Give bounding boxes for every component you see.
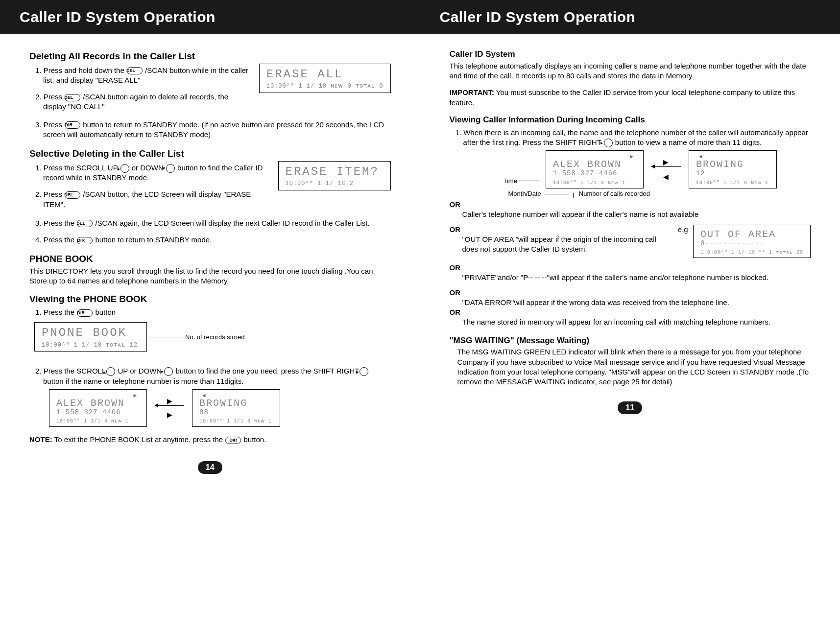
lcd-display-erase-all: ERASE ALL 10:00ᴬᴹ 1 1/ 18 ɴᴇᴡ 0 ᴛᴏᴛᴀʟ 0 bbox=[259, 64, 391, 93]
page-left: Caller ID System Operation Deleting All … bbox=[0, 0, 420, 493]
note: NOTE: To exit the PHONE BOOK List at any… bbox=[29, 435, 391, 445]
page-header-left: Caller ID System Operation bbox=[0, 0, 420, 34]
lcd-display-browing: BROWING 12 10:00ᴬᴹ 1 1/1 8 ɴᴇᴡ 1 bbox=[689, 150, 777, 188]
page-number: 14 bbox=[198, 461, 222, 474]
or-text: "OUT OF AREA "will appear if the origin … bbox=[450, 234, 670, 255]
callout-time: Time bbox=[504, 177, 517, 186]
del-button-icon: DEL bbox=[127, 67, 143, 74]
step: 2. Press DEL /SCAN button, the LCD Scree… bbox=[29, 189, 270, 210]
callout-calls: Number of calls recorded bbox=[579, 190, 650, 197]
or-block: OR "DATA ERROR"will appear if the wrong … bbox=[450, 288, 811, 308]
arrow-right-icon bbox=[167, 398, 172, 404]
section-title: Viewing the PHONE BOOK bbox=[29, 293, 391, 305]
step: 1. When there is an incoming call, the n… bbox=[450, 128, 811, 148]
arrow-right-icon bbox=[663, 159, 669, 165]
lcd-display-alex: ALEX BROWN 1-558-327-4466 10:00ᴬᴹ 1 1/1 … bbox=[49, 389, 147, 427]
section-title: Viewing Caller Information During Incomi… bbox=[450, 115, 811, 126]
scroll-up-icon: ▴ bbox=[120, 164, 129, 173]
callout-row: Month/Date Number of calls recorded bbox=[508, 189, 811, 198]
section-title: Selective Deleting in the Caller List bbox=[29, 147, 391, 160]
dir-button-icon: DIR bbox=[77, 237, 93, 244]
lcd-display-alex: ALEX BROWN 1-558-327-4466 10:00ᴬᴹ 1 1/1 … bbox=[546, 150, 644, 188]
page-content-left: Deleting All Records in the Caller List … bbox=[0, 34, 420, 451]
step: 4. Press the DIR button to return to STA… bbox=[29, 235, 391, 245]
callout-label: No. of records stored bbox=[185, 333, 244, 342]
shift-right-icon: ▸ bbox=[360, 367, 368, 376]
callout-line bbox=[519, 181, 539, 181]
callout-monthdate: Month/Date bbox=[508, 190, 541, 197]
or-block: OR "PRIVATE"and/or "P-- -- --"will appea… bbox=[450, 263, 811, 283]
step: 3. Press the DEL /SCAN again, the LCD Sc… bbox=[29, 218, 391, 228]
del-button-icon: DEL bbox=[65, 94, 80, 101]
step: 3. Press DIR button to return to STANDBY… bbox=[29, 120, 391, 140]
arrow-left-icon bbox=[663, 173, 669, 180]
page-content-right: Caller ID System This telephone automati… bbox=[420, 34, 840, 392]
dir-button-icon: DIR bbox=[77, 309, 93, 317]
arrow-right-icon bbox=[167, 411, 172, 418]
section-desc: The MSG WAITING GREEN LED indicator will… bbox=[450, 347, 811, 387]
scroll-down-icon: ▾ bbox=[166, 164, 175, 173]
callout-line bbox=[573, 193, 574, 198]
step: 2. Press the SCROLL▴ UP or DOWN ▾ button… bbox=[29, 366, 391, 386]
step: 1. Press the SCROLL UP ▴ or DOWN ▾ butto… bbox=[29, 163, 270, 183]
or-label: OR bbox=[450, 225, 670, 234]
step: 1. Press and hold down the DEL /SCAN but… bbox=[29, 66, 251, 86]
section-title: Caller ID System bbox=[450, 49, 811, 60]
dir-button-icon: DIR bbox=[225, 437, 241, 444]
page-right: Caller ID System Operation Caller ID Sys… bbox=[420, 0, 840, 493]
section-desc: This telephone automatically displays an… bbox=[450, 61, 811, 81]
lcd-display-erase-item: ERASE ITEM? 10:00ᴬᴹ 1 1/ 18 2 bbox=[278, 161, 391, 190]
scroll-down-icon: ▾ bbox=[164, 367, 173, 376]
step: 1. Press the DIR button bbox=[29, 307, 391, 317]
scroll-up-icon: ▴ bbox=[106, 367, 115, 376]
arrow-left-icon bbox=[155, 405, 184, 406]
callout-line bbox=[545, 194, 569, 194]
section-title: "MSG WAITING" (Message Waiting) bbox=[450, 335, 811, 347]
page-header-right: Caller ID System Operation bbox=[420, 0, 840, 34]
page-number: 11 bbox=[618, 401, 642, 414]
lcd-display-out-of-area: OUT OF AREA 0------------- 1 0:00ᴬᴹ 1 1/… bbox=[693, 225, 811, 258]
arrow-left-icon bbox=[651, 166, 681, 167]
del-button-icon: DEL bbox=[77, 220, 93, 227]
shift-right-icon: ▸ bbox=[604, 139, 613, 147]
section-desc: This DIRECTORY lets you scroll through t… bbox=[29, 266, 391, 286]
del-button-icon: DEL bbox=[65, 191, 80, 199]
or-block: OR The name stored in memory will appear… bbox=[450, 307, 811, 328]
scroll-arrows bbox=[648, 159, 684, 180]
dir-button-icon: DIR bbox=[65, 121, 80, 129]
callout-line bbox=[149, 337, 183, 337]
section-title: PHONE BOOK bbox=[29, 253, 391, 265]
example-label: e.g bbox=[678, 225, 688, 234]
important-note: IMPORTANT: You must subscribe to the Cal… bbox=[450, 88, 811, 108]
scroll-arrows bbox=[152, 398, 187, 418]
or-block: OR Caller's telephone number will appear… bbox=[450, 200, 811, 220]
lcd-display-phonebook: PNONE BOOK 10:00ᴬᴹ 1 1/ 18 ᴛᴏᴛᴀʟ 12 bbox=[34, 322, 147, 352]
manual-spread: Caller ID System Operation Deleting All … bbox=[0, 0, 840, 493]
step: 2. Press DEL /SCAN button again to delet… bbox=[29, 92, 251, 112]
lcd-display-browing: BROWING 88 10:00ᴬᴹ 1 1/1 8 ɴᴇᴡ 1 bbox=[192, 389, 280, 427]
section-title: Deleting All Records in the Caller List bbox=[29, 50, 391, 63]
